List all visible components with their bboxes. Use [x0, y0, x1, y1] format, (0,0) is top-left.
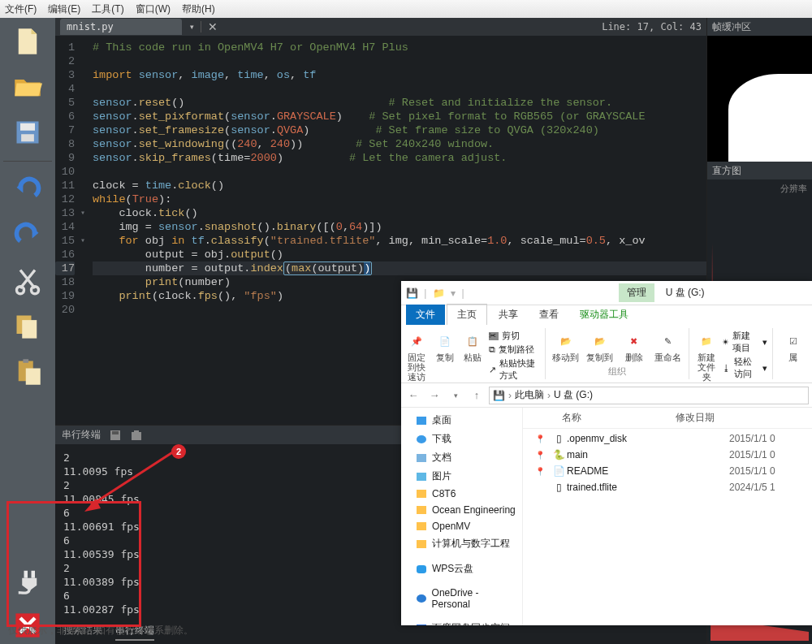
file-tab-name: mnist.py	[67, 21, 114, 32]
svg-rect-14	[134, 430, 139, 433]
nav-recent-icon[interactable]: ▾	[447, 387, 464, 404]
tab-close-icon[interactable]: ✕	[208, 20, 218, 33]
tree-item[interactable]: 计算机与数字工程	[401, 534, 522, 553]
path-icon: ⧉	[489, 344, 495, 355]
file-tab[interactable]: mnist.py	[60, 19, 182, 35]
new-item-icon: ✴	[722, 337, 729, 348]
ribbon-tab-view[interactable]: 查看	[529, 305, 568, 325]
explorer-manage-tab[interactable]: 管理	[619, 283, 654, 302]
file-row[interactable]: 📍🐍main2015/1/1 0	[523, 447, 812, 463]
paste-icon[interactable]	[8, 353, 47, 391]
file-row[interactable]: ▯trained.tflite2024/1/5 1	[523, 479, 812, 495]
list-header-name[interactable]: 名称	[529, 411, 676, 425]
menu-file[interactable]: 文件(F)	[5, 2, 37, 16]
addr-sep2: ›	[547, 390, 551, 401]
cursor-position: Line: 17, Col: 43	[602, 21, 702, 32]
ribbon-copy[interactable]: 📄复制	[433, 330, 458, 362]
ribbon-tab-home[interactable]: 主页	[447, 304, 487, 325]
ribbon-paste[interactable]: 📋粘贴	[460, 330, 486, 362]
tree-item[interactable]: OpenMV	[401, 518, 522, 534]
menu-bar: 文件(F) 编辑(E) 工具(T) 窗口(W) 帮助(H)	[0, 0, 812, 18]
addr-drive[interactable]: U 盘 (G:)	[554, 388, 593, 402]
svg-rect-2	[21, 134, 34, 141]
shortcut-icon: ↗	[489, 365, 496, 375]
explorer-address-bar[interactable]: ← → ▾ ↑ 💾 › 此电脑 › U 盘 (G:)	[401, 383, 812, 408]
file-row[interactable]: 📍▯.openmv_disk2015/1/1 0	[523, 430, 812, 447]
svg-rect-1	[20, 123, 35, 131]
explorer-ribbon-tabs: 文件 主页 共享 查看 驱动器工具	[401, 305, 812, 325]
nav-forward-icon[interactable]: →	[425, 387, 443, 404]
ribbon-delete[interactable]: ✖删除	[619, 330, 650, 362]
undo-icon[interactable]	[8, 171, 47, 209]
ribbon-copy-to[interactable]: 📂复制到	[585, 330, 615, 362]
nav-up-icon[interactable]: ↑	[468, 387, 486, 404]
addr-pc[interactable]: 此电脑	[515, 388, 544, 402]
open-folder-icon[interactable]	[8, 68, 47, 106]
svg-rect-13	[132, 432, 141, 440]
watermark-text: 仅供展示，非存储，如有侵权请联系删除。	[8, 624, 193, 638]
explorer-titlebar[interactable]: 💾 | 📁 ▾ | 管理 U 盘 (G:)	[401, 281, 812, 305]
tree-item[interactable]: Ocean Engineering	[401, 502, 522, 518]
ribbon-move-to[interactable]: 📂移动到	[551, 330, 581, 362]
ribbon-tab-drive-tools[interactable]: 驱动器工具	[570, 305, 638, 325]
histogram-title: 直方图	[707, 162, 812, 179]
folder-icon: 📁	[433, 287, 445, 299]
save-icon[interactable]	[8, 114, 47, 151]
ribbon-easy-access[interactable]: ⭳轻松访问▾	[722, 356, 767, 380]
ribbon-copy-path[interactable]: ⧉复制路径	[489, 344, 540, 356]
ribbon-paste-shortcut[interactable]: ↗粘贴快捷方式	[489, 357, 540, 382]
tree-item[interactable]: 文档	[401, 448, 522, 467]
tab-dropdown-icon[interactable]: ▾	[190, 23, 194, 31]
explorer-window[interactable]: 💾 | 📁 ▾ | 管理 U 盘 (G:) 文件 主页 共享 查看 驱动器工具 …	[401, 281, 812, 625]
framebuffer-image	[707, 36, 812, 162]
tree-item[interactable]: 下载	[401, 430, 522, 448]
svg-point-3	[17, 287, 24, 294]
list-header-date[interactable]: 修改日期	[676, 411, 806, 425]
tree-item[interactable]: WPS云盘	[401, 560, 522, 578]
menu-tools[interactable]: 工具(T)	[92, 2, 123, 16]
new-file-icon[interactable]	[8, 23, 47, 60]
scissors-icon: ✂	[489, 332, 499, 340]
ribbon-new-folder[interactable]: 📁新建文件夹	[694, 330, 719, 382]
menu-help[interactable]: 帮助(H)	[182, 2, 215, 16]
svg-rect-9	[26, 369, 41, 385]
left-toolbar	[0, 18, 55, 644]
tree-item[interactable]: 百度网盘同步空间	[401, 619, 522, 625]
tree-item[interactable]: C8T6	[401, 486, 522, 502]
tree-item[interactable]: 桌面	[401, 411, 522, 430]
svg-point-4	[32, 287, 39, 294]
explorer-ribbon: 📌固定到快速访问 📄复制 📋粘贴 ✂剪切 ⧉复制路径 ↗粘贴快捷方式 剪贴板 📂…	[401, 325, 812, 383]
terminal-title: 串行终端	[62, 428, 101, 442]
easy-access-icon: ⭳	[722, 363, 731, 373]
svg-rect-8	[23, 359, 28, 363]
ribbon-pin[interactable]: 📌固定到快速访问	[404, 330, 430, 383]
ribbon-cut[interactable]: ✂剪切	[489, 330, 540, 342]
ribbon-properties[interactable]: ☑属	[778, 330, 809, 362]
cut-icon[interactable]	[8, 262, 47, 300]
drive-icon: 💾	[406, 287, 418, 299]
ribbon-new-item[interactable]: ✴新建项目▾	[722, 330, 767, 354]
tree-item[interactable]: 图片	[401, 467, 522, 486]
explorer-quick-icons: 💾 | 📁 ▾ |	[406, 287, 468, 299]
copy-icon[interactable]	[8, 308, 47, 345]
ribbon-rename[interactable]: ✎重命名	[653, 330, 684, 362]
addr-sep1: ›	[508, 390, 512, 401]
connect-plug-icon[interactable]	[8, 561, 47, 599]
redo-icon[interactable]	[8, 217, 47, 254]
addr-drive-icon: 💾	[493, 390, 505, 401]
nav-back-icon[interactable]: ←	[404, 387, 422, 404]
ribbon-tab-share[interactable]: 共享	[489, 305, 528, 325]
histogram-sublabel: 分辨率	[780, 183, 807, 195]
svg-rect-12	[112, 431, 119, 434]
tree-item[interactable]: OneDrive - Personal	[401, 585, 522, 612]
explorer-tree[interactable]: 桌面下载文档图片C8T6Ocean EngineeringOpenMV计算机与数…	[401, 408, 523, 625]
menu-edit[interactable]: 编辑(E)	[48, 2, 80, 16]
file-row[interactable]: 📍📄README2015/1/1 0	[523, 463, 812, 479]
menu-window[interactable]: 窗口(W)	[136, 2, 171, 16]
editor-tab-row: mnist.py ▾ ✕ Line: 17, Col: 43	[55, 18, 706, 36]
save-terminal-icon[interactable]	[109, 429, 122, 442]
ribbon-tab-file[interactable]: 文件	[406, 305, 445, 325]
clear-terminal-icon[interactable]	[130, 429, 143, 442]
explorer-file-list[interactable]: 名称 修改日期 📍▯.openmv_disk2015/1/1 0📍🐍main20…	[523, 408, 812, 625]
divider-icon: |	[424, 287, 426, 299]
